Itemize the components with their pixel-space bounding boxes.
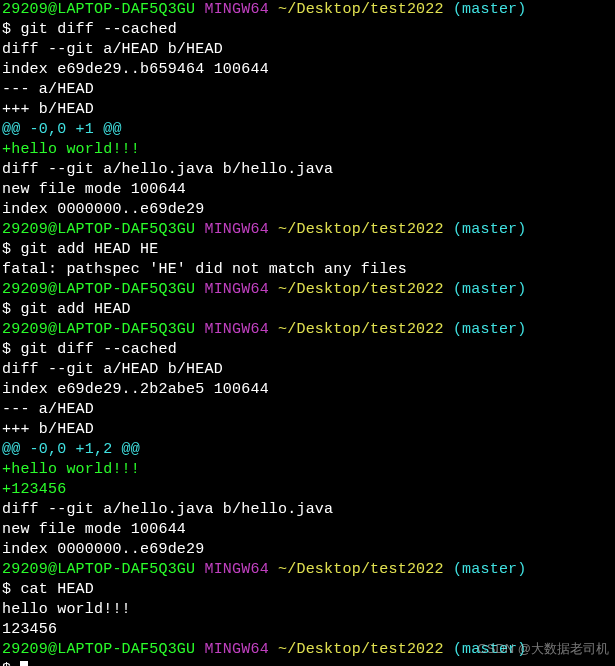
output-line: @@ -0,0 +1,2 @@ [2,441,140,458]
prompt-path: ~/Desktop/test2022 [278,221,453,238]
prompt-branch: (master) [453,281,527,298]
output-line: new file mode 100644 [2,521,186,538]
output-line: index e69de29..2b2abe5 100644 [2,381,269,398]
prompt-dollar: $ [2,581,20,598]
output-line: diff --git a/hello.java b/hello.java [2,501,333,518]
prompt-shell: MINGW64 [204,281,278,298]
prompt-shell: MINGW64 [204,561,278,578]
prompt-shell: MINGW64 [204,321,278,338]
cursor [20,661,28,666]
prompt-branch: (master) [453,221,527,238]
output-line: +123456 [2,481,66,498]
output-line: new file mode 100644 [2,181,186,198]
prompt-user: 29209@LAPTOP-DAF5Q3GU [2,561,204,578]
command-input[interactable]: git diff --cached [20,21,176,38]
output-line: index 0000000..e69de29 [2,541,204,558]
prompt-dollar: $ [2,301,20,318]
command-input[interactable]: git diff --cached [20,341,176,358]
output-line: hello world!!! [2,601,131,618]
output-line: diff --git a/HEAD b/HEAD [2,41,223,58]
prompt-user: 29209@LAPTOP-DAF5Q3GU [2,1,204,18]
prompt-dollar: $ [2,241,20,258]
command-input[interactable]: git add HEAD HE [20,241,158,258]
output-line: index 0000000..e69de29 [2,201,204,218]
terminal-window[interactable]: 29209@LAPTOP-DAF5Q3GU MINGW64 ~/Desktop/… [0,0,615,666]
prompt-shell: MINGW64 [204,221,278,238]
output-line: diff --git a/HEAD b/HEAD [2,361,223,378]
prompt-shell: MINGW64 [204,641,278,658]
output-line: +hello world!!! [2,461,140,478]
command-input[interactable]: git add HEAD [20,301,130,318]
command-input[interactable]: cat HEAD [20,581,94,598]
prompt-branch: (master) [453,561,527,578]
prompt-shell: MINGW64 [204,1,278,18]
output-line: index e69de29..b659464 100644 [2,61,269,78]
prompt-path: ~/Desktop/test2022 [278,1,453,18]
prompt-dollar: $ [2,341,20,358]
output-line: diff --git a/hello.java b/hello.java [2,161,333,178]
output-line: @@ -0,0 +1 @@ [2,121,122,138]
prompt-dollar: $ [2,21,20,38]
prompt-branch: (master) [453,321,527,338]
output-line: +++ b/HEAD [2,421,94,438]
prompt-user: 29209@LAPTOP-DAF5Q3GU [2,281,204,298]
prompt-branch: (master) [453,1,527,18]
output-line: +hello world!!! [2,141,140,158]
prompt-user: 29209@LAPTOP-DAF5Q3GU [2,321,204,338]
prompt-path: ~/Desktop/test2022 [278,321,453,338]
output-line: --- a/HEAD [2,81,94,98]
prompt-user: 29209@LAPTOP-DAF5Q3GU [2,641,204,658]
prompt-dollar: $ [2,661,20,666]
prompt-path: ~/Desktop/test2022 [278,561,453,578]
output-line: --- a/HEAD [2,401,94,418]
output-line: fatal: pathspec 'HE' did not match any f… [2,261,407,278]
prompt-user: 29209@LAPTOP-DAF5Q3GU [2,221,204,238]
prompt-path: ~/Desktop/test2022 [278,641,453,658]
prompt-path: ~/Desktop/test2022 [278,281,453,298]
output-line: +++ b/HEAD [2,101,94,118]
output-line: 123456 [2,621,57,638]
prompt-branch: (master) [453,641,527,658]
